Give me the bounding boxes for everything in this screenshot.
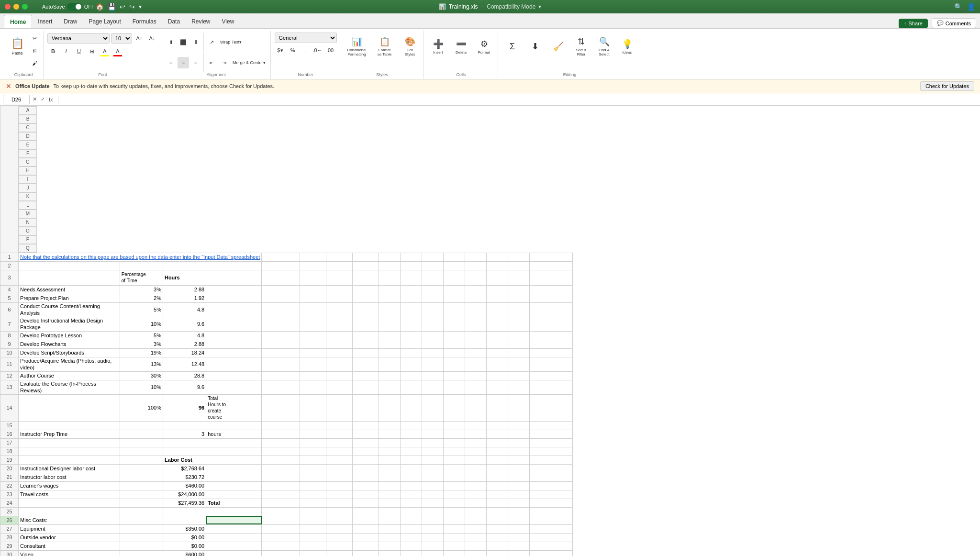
cell-L14[interactable] [444, 394, 465, 421]
row-num-10[interactable]: 10 [0, 348, 19, 357]
cell-Q2[interactable] [551, 261, 573, 270]
cell-P13[interactable] [530, 380, 551, 394]
cell-P4[interactable] [530, 285, 551, 294]
cell-L11[interactable] [444, 357, 465, 371]
cell-P2[interactable] [530, 261, 551, 270]
minimize-button[interactable] [13, 4, 19, 10]
cell-B24[interactable] [120, 499, 163, 507]
cell-Q24[interactable] [551, 499, 573, 507]
cell-F9[interactable] [300, 340, 326, 348]
cell-Q15[interactable] [551, 421, 573, 430]
cell-J7[interactable] [401, 317, 422, 331]
cell-A27[interactable]: Equipment [19, 524, 120, 533]
share-button[interactable]: ↑ Share [899, 19, 928, 28]
cell-E6[interactable] [262, 302, 300, 317]
cell-F16[interactable] [300, 430, 326, 438]
cell-G23[interactable] [326, 490, 353, 499]
cell-I22[interactable] [379, 481, 401, 490]
close-button[interactable] [5, 4, 11, 10]
cell-G7[interactable] [326, 317, 353, 331]
cell-Q11[interactable] [551, 357, 573, 371]
cell-D6[interactable] [206, 302, 262, 317]
cell-K5[interactable] [422, 294, 444, 302]
cell-Q10[interactable] [551, 348, 573, 357]
cell-C4[interactable]: 2.88 [163, 285, 206, 294]
row-num-4[interactable]: 4 [0, 285, 19, 294]
cell-L19[interactable] [444, 456, 465, 464]
cell-N14[interactable] [487, 394, 508, 421]
cell-M9[interactable] [465, 340, 487, 348]
cell-E4[interactable] [262, 285, 300, 294]
cell-Q18[interactable] [551, 447, 573, 456]
cell-E7[interactable] [262, 317, 300, 331]
cell-O11[interactable] [508, 357, 530, 371]
cell-I10[interactable] [379, 348, 401, 357]
cell-O8[interactable] [508, 331, 530, 340]
cell-A17[interactable] [19, 438, 120, 447]
cell-J20[interactable] [401, 464, 422, 473]
cell-D2[interactable] [206, 261, 262, 270]
cell-K25[interactable] [422, 507, 444, 516]
cell-E24[interactable] [262, 499, 300, 507]
cell-J2[interactable] [401, 261, 422, 270]
cell-H5[interactable] [353, 294, 379, 302]
row-num-30[interactable]: 30 [0, 550, 19, 556]
cell-Q3[interactable] [551, 270, 573, 285]
cell-L12[interactable] [444, 371, 465, 380]
row-num-9[interactable]: 9 [0, 340, 19, 348]
cell-E21[interactable] [262, 473, 300, 481]
cell-J18[interactable] [401, 447, 422, 456]
cell-P16[interactable] [530, 430, 551, 438]
cell-M18[interactable] [465, 447, 487, 456]
cell-C7[interactable]: 9.6 [163, 317, 206, 331]
cell-J22[interactable] [401, 481, 422, 490]
nav-home-icon[interactable]: 🏠 [96, 3, 104, 11]
cell-D17[interactable] [206, 438, 262, 447]
ideas-button[interactable]: 💡 Ideas [617, 33, 638, 60]
cell-A30[interactable]: Video [19, 550, 120, 556]
row-num-29[interactable]: 29 [0, 542, 19, 550]
row-num-6[interactable]: 6 [0, 302, 19, 317]
cell-A8[interactable]: Develop Prototype Lesson [19, 331, 120, 340]
row-num-28[interactable]: 28 [0, 533, 19, 542]
cell-N28[interactable] [487, 533, 508, 542]
cell-P28[interactable] [530, 533, 551, 542]
cell-M29[interactable] [465, 542, 487, 550]
cell-J6[interactable] [401, 302, 422, 317]
cell-A13[interactable]: Evaluate the Course (In-ProcessReviews) [19, 380, 120, 394]
increase-font-button[interactable]: A↑ [134, 33, 145, 44]
cell-P22[interactable] [530, 481, 551, 490]
cell-Q14[interactable] [551, 394, 573, 421]
cell-H4[interactable] [353, 285, 379, 294]
cell-O6[interactable] [508, 302, 530, 317]
underline-button[interactable]: U [73, 45, 85, 57]
cell-C17[interactable] [163, 438, 206, 447]
comma-button[interactable]: , [300, 44, 311, 56]
conditional-formatting-button[interactable]: 📊 Conditional Formatting [344, 33, 370, 60]
row-num-14[interactable]: 14 [0, 394, 19, 421]
cell-G25[interactable] [326, 507, 353, 516]
row-num-16[interactable]: 16 [0, 430, 19, 438]
row-num-5[interactable]: 5 [0, 294, 19, 302]
cell-P11[interactable] [530, 357, 551, 371]
col-header-A[interactable]: A [19, 106, 37, 115]
autosave-toggle[interactable] [67, 3, 82, 11]
cell-F30[interactable] [300, 550, 326, 556]
cell-Q7[interactable] [551, 317, 573, 331]
search-icon[interactable]: 🔍 [954, 3, 962, 11]
percent-button[interactable]: % [287, 44, 299, 56]
cell-O3[interactable] [508, 270, 530, 285]
cell-E20[interactable] [262, 464, 300, 473]
cell-N20[interactable] [487, 464, 508, 473]
cell-P29[interactable] [530, 542, 551, 550]
cell-K13[interactable] [422, 380, 444, 394]
cell-A3[interactable] [19, 270, 120, 285]
cell-M3[interactable] [465, 270, 487, 285]
cell-B21[interactable] [120, 473, 163, 481]
cell-H25[interactable] [353, 507, 379, 516]
cell-P12[interactable] [530, 371, 551, 380]
cell-O7[interactable] [508, 317, 530, 331]
cell-D3[interactable] [206, 270, 262, 285]
cell-L20[interactable] [444, 464, 465, 473]
maximize-button[interactable] [22, 4, 28, 10]
